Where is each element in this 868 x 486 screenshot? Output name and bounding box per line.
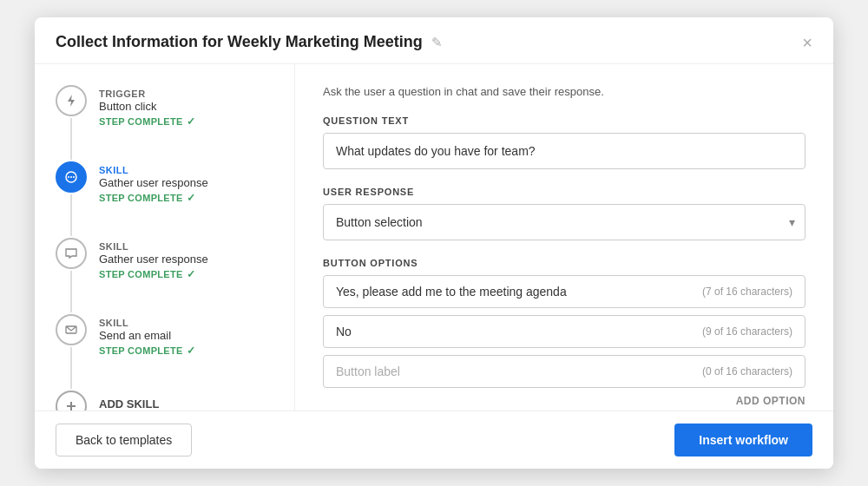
button-option-1-char-count: (7 of 16 characters)	[702, 286, 792, 298]
bolt-icon	[64, 94, 78, 108]
chat-active-icon	[64, 170, 78, 184]
trigger-check-icon: ✓	[187, 115, 195, 128]
back-to-templates-button[interactable]: Back to templates	[56, 424, 192, 456]
skill2-status: STEP COMPLETE ✓	[99, 268, 208, 280]
button-option-placeholder-char-count: (0 of 16 characters)	[702, 365, 792, 378]
trigger-status: STEP COMPLETE ✓	[99, 115, 195, 128]
question-text-input[interactable]	[323, 133, 806, 169]
modal: Collect Information for Weekly Marketing…	[35, 17, 833, 469]
button-option-1: (7 of 16 characters)	[323, 275, 806, 308]
insert-workflow-button[interactable]: Insert workflow	[674, 424, 812, 456]
add-skill-icon-circle[interactable]	[56, 391, 87, 410]
svg-point-2	[68, 176, 69, 178]
step-line-1	[70, 118, 72, 160]
trigger-icon-circle	[56, 85, 87, 116]
add-skill-label[interactable]: ADD SKILL	[99, 391, 159, 410]
skill3-info: SKILL Send an email STEP COMPLETE ✓	[99, 314, 195, 367]
skill1-label: SKILL	[99, 165, 208, 175]
modal-body: TRIGGER Button click STEP COMPLETE ✓	[35, 64, 833, 410]
skill1-status: STEP COMPLETE ✓	[99, 192, 208, 204]
trigger-info: TRIGGER Button click STEP COMPLETE ✓	[99, 85, 195, 138]
button-option-2: (9 of 16 characters)	[323, 315, 806, 348]
step-connector-skill2	[56, 238, 87, 314]
skill2-status-text: STEP COMPLETE	[99, 269, 183, 279]
chat-icon	[64, 246, 78, 260]
skill2-label: SKILL	[99, 241, 208, 252]
trigger-desc: Button click	[99, 100, 195, 113]
trigger-status-text: STEP COMPLETE	[99, 116, 183, 127]
skill1-icon-circle[interactable]	[56, 161, 87, 193]
step-line-2	[70, 194, 72, 236]
modal-header: Collect Information for Weekly Marketing…	[35, 17, 833, 64]
add-option-button[interactable]: ADD OPTION	[323, 395, 806, 407]
step-skill-3: SKILL Send an email STEP COMPLETE ✓	[56, 314, 294, 391]
button-option-2-input[interactable]	[336, 325, 694, 338]
email-icon	[64, 323, 78, 337]
skill3-label: SKILL	[99, 318, 195, 328]
skill3-desc: Send an email	[99, 329, 195, 342]
user-response-label: USER RESPONSE	[323, 187, 806, 197]
skill2-check-icon: ✓	[187, 268, 195, 280]
button-options-label: BUTTON OPTIONS	[323, 258, 806, 268]
skill1-check-icon: ✓	[187, 192, 195, 204]
skill1-desc: Gather user response	[99, 176, 208, 189]
svg-marker-0	[68, 95, 75, 107]
skill3-icon-circle[interactable]	[56, 314, 87, 345]
response-select-wrapper: Button selection ▾	[323, 204, 806, 240]
skill3-status: STEP COMPLETE ✓	[99, 345, 195, 357]
skill1-info: SKILL Gather user response STEP COMPLETE…	[99, 161, 208, 214]
response-select[interactable]: Button selection	[323, 204, 806, 240]
button-options-section: BUTTON OPTIONS (7 of 16 characters) (9 o…	[323, 258, 806, 407]
skill2-info: SKILL Gather user response STEP COMPLETE…	[99, 238, 208, 291]
button-option-placeholder: (0 of 16 characters)	[323, 355, 806, 388]
button-option-2-char-count: (9 of 16 characters)	[702, 325, 792, 338]
svg-point-3	[70, 176, 72, 178]
question-text-section: QUESTION TEXT	[323, 115, 806, 169]
step-line-3	[70, 271, 72, 312]
plus-icon	[64, 399, 78, 410]
step-connector-trigger	[56, 85, 87, 161]
user-response-section: USER RESPONSE Button selection ▾	[323, 187, 806, 240]
modal-title-row: Collect Information for Weekly Marketing…	[56, 33, 443, 51]
button-option-placeholder-input[interactable]	[336, 364, 694, 378]
step-connector-skill3	[56, 314, 87, 391]
step-trigger: TRIGGER Button click STEP COMPLETE ✓	[56, 85, 294, 161]
trigger-label: TRIGGER	[99, 89, 195, 99]
step-skill-1: SKILL Gather user response STEP COMPLETE…	[56, 161, 294, 238]
skill1-status-text: STEP COMPLETE	[99, 193, 183, 203]
step-skill-2: SKILL Gather user response STEP COMPLETE…	[56, 238, 294, 314]
question-text-label: QUESTION TEXT	[323, 115, 806, 126]
skill2-desc: Gather user response	[99, 253, 208, 266]
step-connector-skill1	[56, 161, 87, 238]
svg-point-4	[73, 176, 75, 178]
add-skill-item[interactable]: ADD SKILL	[56, 391, 294, 410]
skill2-icon-circle[interactable]	[56, 238, 87, 269]
skill3-status-text: STEP COMPLETE	[99, 345, 183, 356]
step-connector-add	[56, 391, 87, 410]
step-line-4	[70, 347, 72, 389]
edit-icon[interactable]: ✎	[431, 35, 443, 50]
modal-title: Collect Information for Weekly Marketing…	[56, 33, 423, 51]
subtitle: Ask the user a question in chat and save…	[323, 85, 806, 98]
close-icon[interactable]: ×	[802, 34, 812, 51]
modal-footer: Back to templates Insert workflow	[35, 410, 833, 469]
skill3-check-icon: ✓	[187, 345, 195, 357]
button-option-1-input[interactable]	[336, 285, 694, 299]
main-content: Ask the user a question in chat and save…	[295, 64, 833, 410]
sidebar: TRIGGER Button click STEP COMPLETE ✓	[35, 64, 295, 410]
